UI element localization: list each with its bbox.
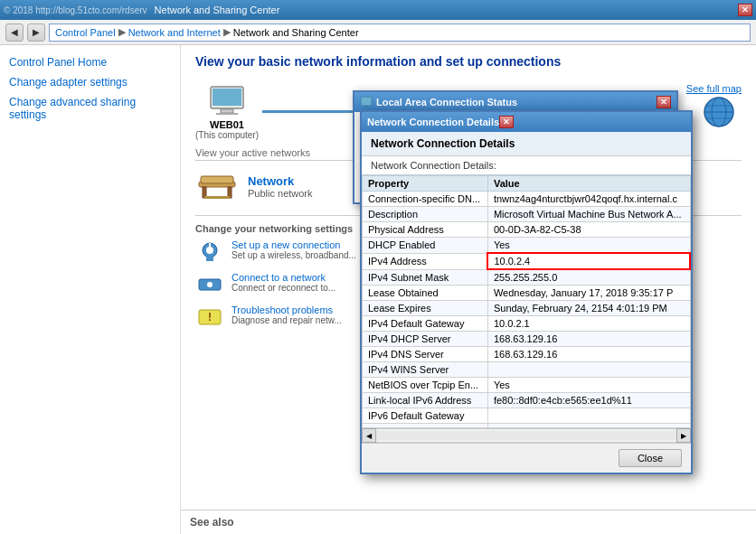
- connect-icon: [195, 272, 224, 297]
- value-cell: 10.0.2.4: [487, 253, 690, 269]
- breadcrumb-current: Network and Sharing Center: [233, 27, 359, 38]
- table-row: Physical Address00-0D-3A-82-C5-38: [363, 222, 691, 238]
- status-title-text: Local Area Connection Status: [376, 97, 657, 108]
- property-cell: IPv6 Default Gateway: [363, 408, 488, 424]
- scroll-track[interactable]: [376, 431, 676, 440]
- value-cell: [487, 408, 690, 424]
- table-row: Lease ExpiresSunday, February 24, 2154 4…: [363, 301, 691, 316]
- value-cell: [487, 362, 690, 378]
- svg-rect-17: [201, 176, 233, 183]
- value-cell: Microsoft Virtual Machine Bus Network A.…: [487, 207, 690, 222]
- status-window-icon: [360, 96, 373, 108]
- status-close-button[interactable]: ✕: [657, 96, 671, 108]
- svg-rect-20: [204, 196, 230, 199]
- setup-link[interactable]: Set up a new connection: [232, 239, 356, 250]
- back-button[interactable]: ◀: [5, 23, 24, 42]
- details-table-container[interactable]: Property Value Connection-specific DN...…: [362, 175, 691, 428]
- network-bench-icon: [195, 168, 239, 204]
- col-property: Property: [363, 176, 488, 192]
- see-full-map-link[interactable]: See full map: [686, 83, 742, 94]
- globe-icon: [696, 94, 742, 130]
- window-close-button[interactable]: ✕: [738, 4, 752, 16]
- details-header: Network Connection Details: [362, 132, 691, 156]
- details-close-x-button[interactable]: ✕: [499, 116, 514, 128]
- internet-node: [696, 94, 742, 130]
- troubleshoot-icon: !: [195, 304, 224, 330]
- value-cell: fe80::8df0:e4cb:e565:ee1d%11: [487, 393, 690, 408]
- svg-rect-1: [213, 89, 241, 106]
- forward-button[interactable]: ▶: [27, 23, 45, 42]
- network-details: Network Public network: [248, 174, 313, 199]
- property-cell: Lease Expires: [363, 301, 488, 316]
- troubleshoot-link[interactable]: Troubleshoot problems: [232, 304, 342, 315]
- horizontal-scrollbar[interactable]: ◀ ▶: [362, 428, 691, 443]
- network-name: Network: [248, 174, 313, 188]
- property-cell: Description: [363, 207, 488, 222]
- svg-point-23: [206, 247, 213, 254]
- table-row: Connection-specific DN...tnwnz4ag4nturct…: [363, 192, 691, 207]
- value-cell: tnwnz4ag4nturctbjwr042qoqf.hx.internal.c: [487, 192, 690, 207]
- property-cell: Physical Address: [363, 222, 488, 238]
- title-bar: © 2018 http://blog.51cto.com/rdserv Netw…: [0, 0, 756, 20]
- sidebar-change-advanced-sharing[interactable]: Change advanced sharing settings: [9, 96, 171, 121]
- table-row: IPv4 WINS Server: [363, 362, 691, 378]
- value-cell: 255.255.255.0: [487, 269, 690, 286]
- table-row: IPv4 Default Gateway10.0.2.1: [363, 316, 691, 332]
- svg-text:!: !: [208, 311, 212, 323]
- network-type: Public network: [248, 188, 313, 199]
- property-cell: NetBIOS over Tcpip En...: [363, 378, 488, 393]
- sidebar-control-panel-home[interactable]: Control Panel Home: [9, 56, 171, 69]
- computer-sub: (This computer): [195, 130, 259, 140]
- table-row: IPv4 Subnet Mask255.255.255.0: [363, 269, 691, 286]
- svg-rect-2: [221, 109, 233, 113]
- svg-rect-29: [361, 97, 372, 106]
- details-close-button[interactable]: Close: [619, 449, 682, 467]
- scroll-left-button[interactable]: ◀: [362, 428, 376, 443]
- property-cell: IPv4 Address: [363, 253, 488, 269]
- table-row: Lease ObtainedWednesday, January 17, 201…: [363, 286, 691, 301]
- svg-rect-22: [206, 256, 213, 261]
- see-also-section: See also: [181, 510, 756, 534]
- sidebar-change-adapter[interactable]: Change adapter settings: [9, 76, 171, 89]
- address-path[interactable]: Control Panel ▶ Network and Internet ▶ N…: [49, 23, 751, 42]
- value-cell: 10.0.2.1: [487, 316, 690, 332]
- table-row: IPv4 DNS Server168.63.129.16: [363, 347, 691, 362]
- value-cell: Sunday, February 24, 2154 4:01:19 PM: [487, 301, 690, 316]
- value-cell: 00-0D-3A-82-C5-38: [487, 222, 690, 238]
- computer-name: WEB01: [210, 119, 244, 130]
- property-cell: IPv4 Default Gateway: [363, 316, 488, 332]
- table-row: IPv4 DHCP Server168.63.129.16: [363, 332, 691, 347]
- svg-rect-30: [364, 106, 368, 108]
- property-cell: IPv4 DNS Server: [363, 347, 488, 362]
- setup-icon: [195, 239, 224, 265]
- see-also-label: See also: [190, 516, 234, 529]
- watermark: © 2018 http://blog.51cto.com/rdserv: [4, 5, 147, 15]
- svg-point-26: [207, 282, 213, 287]
- details-subheader: Network Connection Details:: [362, 156, 691, 175]
- window-title: Network and Sharing Center: [155, 5, 738, 15]
- troubleshoot-sub: Diagnose and repair netw...: [232, 315, 342, 325]
- scroll-right-button[interactable]: ▶: [676, 428, 691, 443]
- breadcrumb-control-panel[interactable]: Control Panel: [55, 27, 116, 38]
- setup-sub: Set up a wireless, broadband...: [232, 250, 356, 260]
- property-cell: Link-local IPv6 Address: [363, 393, 488, 408]
- details-title-bar: Network Connection Details ✕: [362, 112, 691, 132]
- connect-link[interactable]: Connect to a network: [232, 272, 335, 283]
- address-bar: ◀ ▶ Control Panel ▶ Network and Internet…: [0, 20, 756, 45]
- value-cell: Yes: [487, 238, 690, 254]
- value-cell: 168.63.129.16: [487, 347, 690, 362]
- computer-icon: [204, 83, 250, 119]
- table-row: IPv6 Default Gateway: [363, 408, 691, 424]
- breadcrumb-network-internet[interactable]: Network and Internet: [128, 27, 221, 38]
- sidebar: Control Panel Home Change adapter settin…: [0, 45, 181, 534]
- property-cell: Connection-specific DN...: [363, 192, 488, 207]
- value-cell: 168.63.129.16: [487, 332, 690, 347]
- property-cell: IPv4 Subnet Mask: [363, 269, 488, 286]
- value-cell: Yes: [487, 378, 690, 393]
- details-footer: Close: [362, 443, 691, 473]
- property-cell: IPv4 DHCP Server: [363, 332, 488, 347]
- status-title-bar: Local Area Connection Status ✕: [354, 92, 676, 112]
- table-row: DHCP EnabledYes: [363, 238, 691, 254]
- connect-sub: Connect or reconnect to...: [232, 283, 335, 293]
- computer-node: WEB01 (This computer): [195, 83, 259, 140]
